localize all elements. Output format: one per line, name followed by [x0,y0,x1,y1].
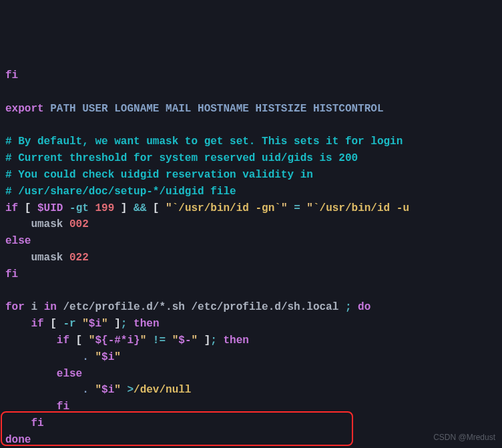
bracket: ] [114,202,134,214]
kw-then: then [127,318,159,330]
dev-null: /dev/null [134,384,191,396]
var-uid: $UID [37,202,63,214]
quote: " [114,351,121,363]
kw-fi: fi [5,417,44,429]
quote: " [82,318,89,330]
export-vars: PATH USER LOGNAME MAIL HOSTNAME HISTSIZE… [44,103,384,115]
cmd-sub: `/usr/bin/id -u [313,202,409,214]
num-022: 022 [69,252,89,264]
comment: # You could check uidgid reservation val… [5,169,313,181]
comment: # By default, we want umask to get set. … [5,136,403,148]
op-redir: > [121,384,134,396]
var-i: $i [89,318,101,330]
kw-fi: fi [5,69,18,81]
kw-done: done [5,434,31,446]
kw-for: for [5,301,25,313]
quote: " [166,202,172,214]
var-i: i [25,301,44,313]
op-and: && [134,202,146,214]
code-editor[interactable]: fi export PATH USER LOGNAME MAIL HOSTNAM… [5,67,497,448]
quote: " [89,334,95,347]
kw-if: if [31,318,43,330]
bracket: ] [198,334,210,347]
bracket: [ [44,318,63,330]
quote: " [306,202,313,214]
op-r: -r [63,318,82,330]
kw-if: if [57,334,69,347]
num-199: 199 [95,202,114,214]
kw-then: then [217,334,249,347]
quote: " [101,318,108,330]
op-ne: != [146,334,172,347]
var-exp: ${-#*i} [95,334,140,347]
kw-in: in [44,301,57,313]
quote: " [114,384,121,396]
quote: " [95,384,101,396]
bracket: ] [108,318,121,330]
semi: ; [345,301,352,313]
var-i: $i [101,384,114,396]
indent [5,384,82,396]
indent [5,351,82,363]
kw-else: else [5,368,82,380]
kw-export: export [5,103,44,115]
quote: " [95,351,101,363]
quote: " [191,334,198,347]
kw-fi: fi [5,401,69,413]
dot: . [82,351,95,363]
watermark: CSDN @Mredust [433,431,495,444]
op-eq: = [288,202,307,214]
kw-fi: fi [5,268,18,280]
comment: # /usr/share/doc/setup-*/uidgid file [5,186,236,198]
cmd-sub: `/usr/bin/id -gn` [172,202,281,214]
semi: ; [210,334,217,347]
dot: . [82,384,95,396]
text-umask: umask [5,252,69,264]
quote: " [140,334,147,347]
indent [5,318,31,330]
bracket: [ [69,334,89,347]
bracket: [ [18,202,37,214]
text-umask: umask [5,218,69,230]
bracket: [ [146,202,166,214]
quote: " [172,334,179,347]
paths: /etc/profile.d/*.sh /etc/profile.d/sh.lo… [57,301,345,313]
kw-do: do [352,301,371,313]
comment: # Current threshold for system reserved … [5,152,358,164]
var-i: $i [101,351,114,363]
quote: " [281,202,288,214]
kw-else: else [5,235,31,247]
str-dash: $- [178,334,191,347]
op-gt: -gt [63,202,95,214]
kw-if: if [5,202,18,214]
num-002: 002 [69,218,89,230]
indent [5,334,57,347]
